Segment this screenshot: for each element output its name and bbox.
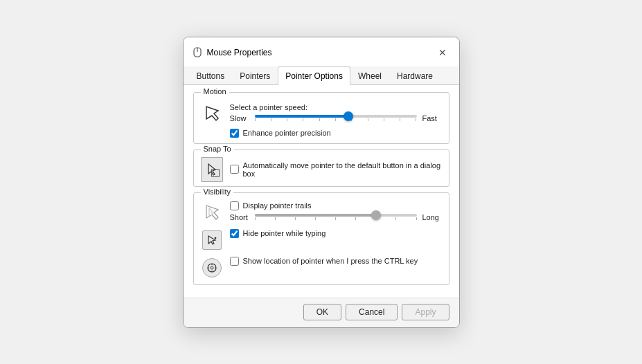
visibility-section: Visibility Display pointer t <box>193 192 449 285</box>
long-label: Long <box>422 213 442 221</box>
hide-cursor-icon <box>202 230 222 250</box>
ctrl-check-row: Show location of pointer when I press th… <box>230 257 418 266</box>
slider-fill <box>255 115 349 118</box>
speed-title: Select a pointer speed: <box>230 103 442 111</box>
hide-label: Hide pointer while typing <box>243 229 326 237</box>
snap-to-body: Automatically move pointer to the defaul… <box>201 158 442 181</box>
mouse-icon <box>192 47 203 58</box>
motion-section: Motion Select a pointer speed: Slow <box>193 92 449 144</box>
slider-ticks <box>255 118 417 121</box>
svg-marker-2 <box>206 107 218 120</box>
speed-row: Select a pointer speed: Slow <box>201 101 442 125</box>
speed-controls: Select a pointer speed: Slow <box>230 103 442 122</box>
trails-row: Display pointer trails Short <box>201 201 442 224</box>
snap-to-section: Snap To Automatically move pointer to th… <box>193 149 449 187</box>
ctrl-label: Show location of pointer when I press th… <box>243 257 418 265</box>
svg-marker-3 <box>208 164 215 175</box>
tab-hardware[interactable]: Hardware <box>389 66 440 85</box>
trail-slider-row: Short <box>230 213 442 221</box>
mouse-properties-dialog: Mouse Properties ✕ Buttons Pointers Poin… <box>183 37 460 328</box>
ctrl-cursor-icon <box>202 258 222 277</box>
trails-ticks <box>255 217 417 220</box>
trails-track <box>255 214 417 217</box>
tab-wheel[interactable]: Wheel <box>350 66 389 85</box>
slow-label: Slow <box>230 114 249 122</box>
motion-label: Motion <box>201 87 229 95</box>
hide-checkbox[interactable] <box>230 229 239 238</box>
enhance-checkbox[interactable] <box>230 129 239 138</box>
svg-point-11 <box>211 266 213 269</box>
enhance-label: Enhance pointer precision <box>243 129 331 137</box>
trails-section: Display pointer trails Short <box>230 201 442 221</box>
title-bar: Mouse Properties ✕ <box>184 37 459 66</box>
fast-label: Fast <box>422 114 442 122</box>
trails-thumb[interactable] <box>371 210 381 220</box>
trails-fill <box>255 214 377 217</box>
ctrl-icon <box>201 257 223 279</box>
apply-button[interactable]: Apply <box>402 304 449 320</box>
hide-row: Hide pointer while typing <box>201 229 442 251</box>
slider-bg <box>255 115 417 118</box>
ok-button[interactable]: OK <box>303 304 341 320</box>
snap-row: Automatically move pointer to the defaul… <box>201 158 442 181</box>
snap-checkbox[interactable] <box>230 165 239 174</box>
dialog-footer: OK Cancel Apply <box>184 298 459 327</box>
pointer-speed-icon <box>201 102 223 125</box>
trails-slider[interactable] <box>255 214 417 220</box>
cancel-button[interactable]: Cancel <box>346 304 398 320</box>
snap-check-row: Automatically move pointer to the defaul… <box>230 161 442 178</box>
hide-check-row: Hide pointer while typing <box>230 229 326 238</box>
title-bar-left: Mouse Properties <box>192 47 272 58</box>
snap-icon-box <box>201 158 223 181</box>
slider-thumb[interactable] <box>344 111 353 121</box>
svg-marker-7 <box>208 236 215 244</box>
speed-slider-row: Slow <box>230 114 442 122</box>
tab-bar: Buttons Pointers Pointer Options Wheel H… <box>184 66 459 85</box>
tab-buttons[interactable]: Buttons <box>189 66 233 85</box>
snap-cursor-icon <box>201 157 223 182</box>
close-button[interactable]: ✕ <box>434 44 451 61</box>
speed-slider-track[interactable] <box>255 115 417 121</box>
visibility-label: Visibility <box>201 188 234 196</box>
ctrl-checkbox[interactable] <box>230 257 239 266</box>
snap-to-label: Snap To <box>201 145 234 153</box>
tab-pointer-options[interactable]: Pointer Options <box>278 66 350 85</box>
snap-text: Automatically move pointer to the defaul… <box>243 161 442 178</box>
trails-icon <box>201 201 223 224</box>
trails-check-row: Display pointer trails <box>230 201 442 210</box>
trails-label: Display pointer trails <box>243 201 312 210</box>
tab-pointers[interactable]: Pointers <box>232 66 278 85</box>
ctrl-row: Show location of pointer when I press th… <box>201 257 442 279</box>
motion-body: Select a pointer speed: Slow <box>201 101 442 138</box>
hide-icon <box>201 229 223 251</box>
dialog-title: Mouse Properties <box>207 48 272 57</box>
dialog-content: Motion Select a pointer speed: Slow <box>184 85 459 298</box>
short-label: Short <box>230 213 249 221</box>
visibility-body: Display pointer trails Short <box>201 201 442 279</box>
enhance-check-row: Enhance pointer precision <box>230 129 331 138</box>
trails-checkbox[interactable] <box>230 201 239 210</box>
enhance-row: Enhance pointer precision <box>230 129 442 138</box>
